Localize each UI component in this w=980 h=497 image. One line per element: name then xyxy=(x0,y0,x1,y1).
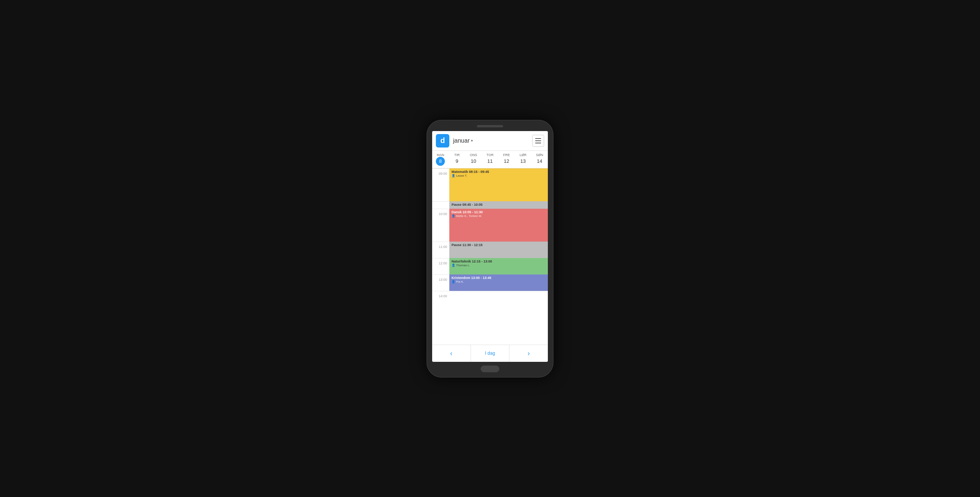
time-label-1300: 13:00 xyxy=(439,278,447,282)
events-column: Matematik 08:15 - 09:45 👤 Lasse T. Pause… xyxy=(449,169,548,345)
day-num-8: 8 xyxy=(436,157,445,166)
phone-device: d januar ▾ Man 8 Tir 9 Ons 10 xyxy=(426,120,554,378)
event-kristendom-title: Kristendom 13:00 - 13:45 xyxy=(452,276,546,280)
event-pause1-title: Pause 09:45 - 10:05 xyxy=(452,203,546,207)
event-kristendom[interactable]: Kristendom 13:00 - 13:45 👤 Pia K. xyxy=(449,274,548,291)
event-pause2[interactable]: Pause 11:30 - 12:15 xyxy=(449,242,548,258)
time-row-1000: 10:00 xyxy=(432,209,449,242)
calendar-body: 09:00 10:00 11:00 12:00 xyxy=(432,169,548,345)
day-col-son[interactable]: Søn 14 xyxy=(531,152,548,167)
event-matematik[interactable]: Matematik 08:15 - 09:45 👤 Lasse T. xyxy=(449,169,548,201)
day-num-10: 10 xyxy=(469,157,478,166)
bottom-nav: ‹ I dag › xyxy=(432,345,548,362)
day-num-9: 9 xyxy=(452,157,461,166)
time-label-1100: 11:00 xyxy=(439,245,447,248)
next-arrow-icon: › xyxy=(528,349,530,357)
app-header: d januar ▾ xyxy=(432,131,548,151)
time-row-1400: 14:00 xyxy=(432,291,449,307)
time-label-1200: 12:00 xyxy=(439,261,447,265)
phone-speaker xyxy=(477,125,503,127)
menu-icon-line2 xyxy=(535,140,541,141)
prev-button[interactable]: ‹ xyxy=(432,345,471,362)
day-num-13: 13 xyxy=(519,157,528,166)
day-name-son: Søn xyxy=(536,153,543,157)
week-header: Man 8 Tir 9 Ons 10 Tor 11 Fre 12 Lør 13 xyxy=(432,151,548,169)
day-col-ons[interactable]: Ons 10 xyxy=(465,152,482,167)
event-dansk-teacher: 👤 Mette K., Torben M. xyxy=(452,214,546,218)
day-name-man: Man xyxy=(437,153,444,157)
prev-arrow-icon: ‹ xyxy=(450,349,452,357)
event-matematik-teacher: 👤 Lasse T. xyxy=(452,174,546,177)
time-row-1200: 12:00 xyxy=(432,258,449,274)
person-icon: 👤 xyxy=(452,280,455,284)
event-natur-title: Natur/teknik 12:15 - 13:00 xyxy=(452,260,546,263)
time-row-1100: 11:00 xyxy=(432,242,449,258)
time-row-945 xyxy=(432,201,449,209)
day-col-tir[interactable]: Tir 9 xyxy=(449,152,465,167)
day-num-12: 12 xyxy=(502,157,511,166)
time-column: 09:00 10:00 11:00 12:00 xyxy=(432,169,449,345)
menu-button[interactable] xyxy=(532,135,544,147)
phone-home-button[interactable] xyxy=(480,366,500,372)
event-natur[interactable]: Natur/teknik 12:15 - 13:00 👤 Thomas L. xyxy=(449,258,548,274)
day-col-lor[interactable]: Lør 13 xyxy=(515,152,531,167)
phone-screen: d januar ▾ Man 8 Tir 9 Ons 10 xyxy=(432,131,548,362)
month-selector[interactable]: januar ▾ xyxy=(453,137,532,144)
event-pause2-title: Pause 11:30 - 12:15 xyxy=(452,243,546,247)
next-button[interactable]: › xyxy=(509,345,548,362)
person-icon: 👤 xyxy=(452,264,455,267)
event-pause1[interactable]: Pause 09:45 - 10:05 xyxy=(449,201,548,209)
day-name-lor: Lør xyxy=(519,153,527,157)
day-num-14: 14 xyxy=(535,157,544,166)
menu-icon-line1 xyxy=(535,138,541,139)
event-natur-teacher: 👤 Thomas L. xyxy=(452,264,546,267)
empty-space xyxy=(449,291,548,309)
person-icon: 👤 xyxy=(452,174,455,177)
time-label-1000: 10:00 xyxy=(439,212,447,216)
menu-icon-line3 xyxy=(535,143,541,143)
person-icon: 👤 xyxy=(452,214,455,218)
event-matematik-title: Matematik 08:15 - 09:45 xyxy=(452,170,546,174)
chevron-down-icon: ▾ xyxy=(471,139,473,143)
time-label-0900: 09:00 xyxy=(439,172,447,175)
day-name-tor: Tor xyxy=(487,153,494,157)
app-logo: d xyxy=(436,134,449,148)
event-dansk[interactable]: Dansk 10:05 - 11:30 👤 Mette K., Torben M… xyxy=(449,209,548,242)
day-name-tir: Tir xyxy=(454,153,460,157)
time-spacer-pre: 09:00 xyxy=(432,169,449,201)
month-label: januar xyxy=(453,137,469,144)
day-name-fre: Fre xyxy=(503,153,510,157)
day-name-ons: Ons xyxy=(470,153,477,157)
day-num-11: 11 xyxy=(485,157,495,166)
day-col-fre[interactable]: Fre 12 xyxy=(498,152,515,167)
time-label-1400: 14:00 xyxy=(439,294,447,298)
event-kristendom-teacher: 👤 Pia K. xyxy=(452,280,546,284)
time-row-1300: 13:00 xyxy=(432,274,449,291)
event-dansk-title: Dansk 10:05 - 11:30 xyxy=(452,210,546,214)
day-col-man[interactable]: Man 8 xyxy=(432,152,449,167)
today-button[interactable]: I dag xyxy=(471,345,510,362)
day-col-tor[interactable]: Tor 11 xyxy=(482,152,498,167)
